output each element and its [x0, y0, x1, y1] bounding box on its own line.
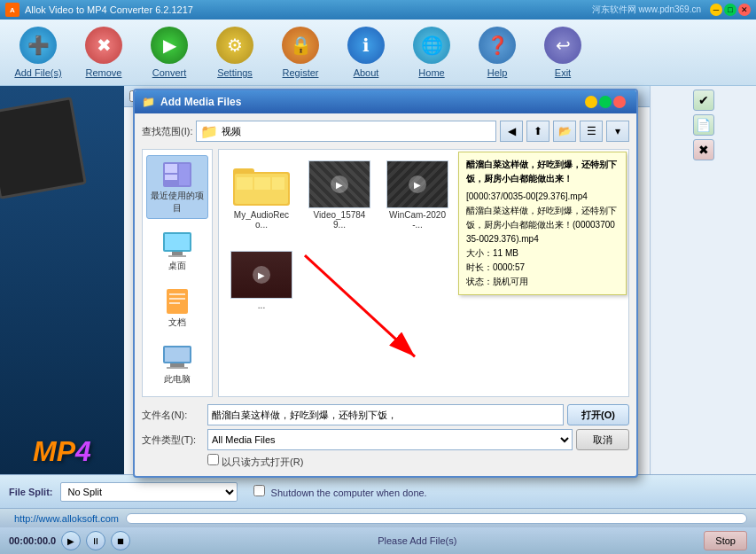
open-button[interactable]: 打开(O)	[567, 404, 629, 425]
tooltip-size: 大小：11 MB	[466, 246, 619, 261]
readonly-text: 以只读方式打开(R)	[222, 456, 303, 467]
nav-computer[interactable]: 此电脑	[146, 339, 208, 389]
readonly-checkbox[interactable]	[207, 454, 219, 465]
list-item[interactable]: ▶ ...	[226, 247, 297, 314]
play-icon-2: ▶	[409, 176, 426, 193]
svg-rect-9	[169, 293, 185, 295]
svg-rect-1	[165, 164, 177, 173]
nav-view-button[interactable]: ☰	[580, 121, 603, 142]
cancel-button[interactable]: 取消	[576, 429, 629, 450]
desktop-label: 桌面	[168, 260, 186, 272]
video-thumb-2: ▶	[386, 160, 448, 208]
nav-up-button[interactable]: ⬆	[526, 121, 549, 142]
tooltip-detail2: 醋溜白菜这样做，好吃到爆，还特别下饭，厨房小白都能做出来！(0000370035…	[466, 204, 619, 246]
svg-rect-8	[167, 289, 188, 314]
svg-rect-21	[272, 177, 284, 190]
svg-rect-20	[254, 177, 270, 190]
nav-newfolder-button[interactable]: 📂	[553, 121, 576, 142]
tooltip-detail1: [0000:37/0035-00[29.376].mp4	[466, 190, 619, 204]
svg-rect-5	[165, 234, 190, 250]
nav-recent[interactable]: 最近使用的项目	[146, 155, 208, 219]
location-label: 查找范围(I):	[142, 125, 192, 138]
dialog-close[interactable]	[613, 96, 626, 108]
documents-label: 文档	[168, 316, 186, 329]
file-tooltip: 醋溜白菜这样做，好吃到爆，还特别下饭，厨房小白都能做出来！ [0000:37/0…	[458, 152, 627, 295]
nav-sidebar: 最近使用的项目 桌面	[142, 149, 213, 397]
nav-desktop[interactable]: 桌面	[146, 226, 208, 276]
filename-row: 文件名(N): 打开(O)	[142, 404, 629, 425]
dialog-overlay: 📁 Add Media Files 查找范围(I): 📁 视频 ◀ ⬆ 📂 ☰	[0, 0, 756, 554]
filetype-row: 文件类型(T): All Media Files 取消	[142, 429, 629, 450]
list-item[interactable]: ▶ Video_157849...	[304, 157, 375, 240]
documents-icon	[160, 286, 195, 316]
location-bar: 查找范围(I): 📁 视频 ◀ ⬆ 📂 ☰ ▾	[142, 121, 629, 142]
nav-back-button[interactable]: ◀	[500, 121, 523, 142]
filetype-select[interactable]: All Media Files	[207, 429, 573, 450]
tooltip-duration: 时长：0000:57	[466, 261, 619, 275]
folder-name: My_AudioReco...	[230, 210, 293, 230]
play-icon-1: ▶	[331, 176, 348, 193]
dialog-maximize[interactable]	[599, 96, 612, 108]
dialog-bottom: 文件名(N): 打开(O) 文件类型(T): All Media Files 取…	[142, 404, 629, 469]
video-thumb-4: ▶	[230, 251, 292, 299]
computer-icon	[160, 343, 195, 373]
recent-label: 最近使用的项目	[151, 190, 204, 215]
list-item[interactable]: My_AudioReco...	[226, 157, 297, 240]
video-thumb-1: ▶	[308, 160, 370, 208]
dialog-title: Add Media Files	[160, 96, 585, 108]
folder-thumb	[230, 160, 292, 208]
dialog-minimize[interactable]	[585, 96, 597, 108]
filename-input[interactable]	[207, 404, 564, 425]
svg-rect-7	[168, 255, 186, 257]
svg-rect-6	[172, 252, 183, 255]
tooltip-title: 醋溜白菜这样做，好吃到爆，还特别下饭，厨房小白都能做出来！	[466, 158, 619, 186]
play-icon-4: ▶	[253, 266, 270, 284]
file-browser: 最近使用的项目 桌面	[142, 149, 629, 397]
file-grid[interactable]: My_AudioReco... ▶ Video_157849...	[218, 149, 629, 397]
svg-rect-10	[169, 298, 185, 300]
location-value: 视频	[222, 125, 241, 138]
dialog-body: 查找范围(I): 📁 视频 ◀ ⬆ 📂 ☰ ▾	[135, 113, 636, 476]
nav-documents[interactable]: 文档	[146, 283, 208, 332]
dialog-title-icon: 📁	[142, 96, 155, 108]
location-folder-icon: 📁	[200, 123, 218, 140]
list-item[interactable]: ▶ WinCam-2020-...	[382, 157, 453, 240]
svg-rect-11	[169, 302, 180, 304]
desktop-icon	[160, 230, 195, 260]
recent-icon	[160, 160, 195, 190]
readonly-label[interactable]: 以只读方式打开(R)	[207, 454, 303, 469]
video-name-1: Video_157849...	[308, 210, 371, 230]
filetype-label: 文件类型(T):	[142, 433, 204, 447]
svg-rect-19	[237, 177, 253, 190]
svg-rect-13	[165, 347, 190, 362]
computer-label: 此电脑	[164, 373, 191, 386]
filename-label: 文件名(N):	[142, 409, 204, 422]
add-media-dialog: 📁 Add Media Files 查找范围(I): 📁 视频 ◀ ⬆ 📂 ☰	[133, 89, 638, 478]
readonly-row: 以只读方式打开(R)	[142, 454, 629, 469]
dialog-titlebar: 📁 Add Media Files	[135, 90, 636, 113]
location-dropdown[interactable]: ▾	[606, 121, 629, 142]
tooltip-state: 状态：脱机可用	[466, 275, 619, 289]
svg-rect-3	[179, 164, 190, 185]
video-name-2: WinCam-2020-...	[386, 210, 449, 230]
location-input[interactable]: 📁 视频	[196, 121, 496, 142]
svg-rect-2	[165, 175, 177, 180]
svg-rect-15	[167, 367, 188, 369]
dialog-window-controls	[585, 96, 626, 108]
svg-rect-14	[170, 363, 184, 367]
video-name-4: ...	[258, 300, 265, 310]
